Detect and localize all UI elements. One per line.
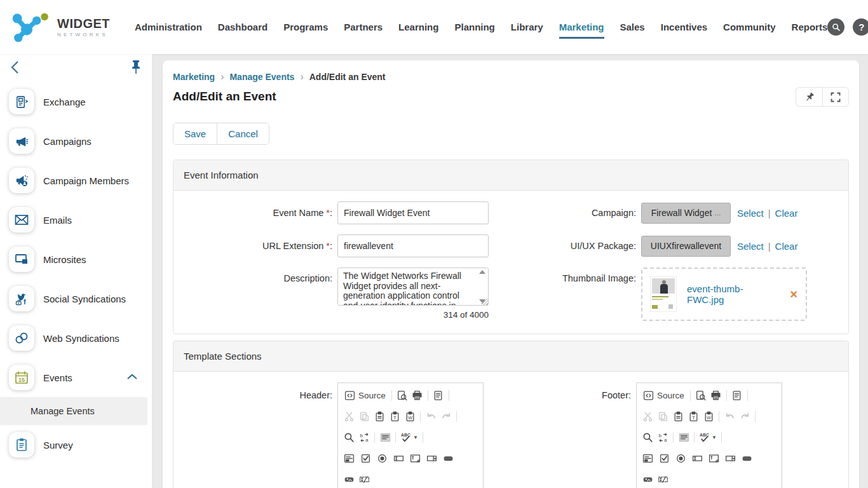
- sidebar-subitem-manage-events[interactable]: Manage Events: [0, 397, 147, 425]
- paste-button[interactable]: [670, 409, 686, 424]
- text-field-button[interactable]: [689, 451, 705, 466]
- form-button[interactable]: [640, 451, 655, 466]
- nav-sales[interactable]: Sales: [620, 15, 645, 39]
- print-button[interactable]: [410, 388, 425, 403]
- copy-button[interactable]: [655, 409, 670, 424]
- checkbox-field-button[interactable]: [358, 451, 373, 466]
- paste-as-text-button[interactable]: T: [686, 409, 701, 424]
- source-button[interactable]: Source: [640, 388, 688, 403]
- undo-button[interactable]: [423, 409, 438, 424]
- thumbnail-filename-link[interactable]: event-thumb-FWC.jpg: [687, 283, 777, 305]
- brand-logo[interactable]: WIDGET NETWORKS: [0, 10, 132, 44]
- templates-button[interactable]: [729, 388, 745, 403]
- nav-dashboard[interactable]: Dashboard: [218, 15, 268, 39]
- scroll-up-arrow[interactable]: [479, 270, 485, 274]
- radio-field-button[interactable]: [673, 451, 688, 466]
- pin-page-button[interactable]: [796, 87, 822, 107]
- sidebar-item-exchange[interactable]: Exchange: [0, 82, 152, 121]
- undo-button[interactable]: [722, 409, 737, 424]
- nav-programs[interactable]: Programs: [283, 15, 328, 39]
- remove-thumbnail-icon[interactable]: ✕: [790, 288, 798, 301]
- pushpin-icon: [804, 92, 815, 103]
- header-richtext-editor[interactable]: Source: [337, 383, 484, 488]
- sidebar-item-web-syndications[interactable]: Web Syndications: [0, 318, 152, 358]
- sidebar-item-emails[interactable]: Emails: [0, 200, 152, 240]
- widget-networks-logo-icon: [9, 10, 51, 44]
- textarea-field-button[interactable]: [706, 451, 721, 466]
- paste-as-text-button[interactable]: T: [387, 409, 402, 424]
- source-button[interactable]: Source: [341, 388, 389, 403]
- sidebar-item-social-syndications[interactable]: f Social Syndications: [0, 279, 152, 318]
- description-textarea[interactable]: The Widget Networks Firewall Widget prov…: [337, 268, 489, 306]
- textarea-resize-grip[interactable]: [482, 299, 488, 305]
- textarea-field-button[interactable]: [407, 451, 423, 466]
- uiux-clear-link[interactable]: Clear: [775, 241, 798, 252]
- paste-button[interactable]: [372, 409, 387, 424]
- replace-button[interactable]: ba: [655, 430, 670, 445]
- templates-button[interactable]: [431, 388, 446, 403]
- sidebar-pin-icon[interactable]: [130, 59, 142, 78]
- cut-button[interactable]: [341, 409, 356, 424]
- fullscreen-button[interactable]: [822, 87, 849, 107]
- preview-button[interactable]: [395, 388, 410, 403]
- paste-from-word-button[interactable]: W: [402, 409, 417, 424]
- search-icon[interactable]: [827, 18, 844, 36]
- uiux-select-link[interactable]: Select: [737, 241, 764, 252]
- campaign-select-link[interactable]: Select: [737, 208, 764, 219]
- thumbnail-dropzone[interactable]: event-thumb-FWC.jpg ✕: [641, 268, 807, 321]
- footer-richtext-editor[interactable]: Source: [636, 383, 782, 488]
- sidebar-item-campaign-members[interactable]: Campaign Members: [0, 161, 152, 200]
- select-all-button[interactable]: [676, 430, 691, 445]
- copy-button[interactable]: [356, 409, 372, 424]
- button-field-button[interactable]: [739, 451, 754, 466]
- hidden-field-button[interactable]: [356, 472, 372, 487]
- help-icon[interactable]: ?: [853, 18, 868, 36]
- redo-button[interactable]: [438, 409, 454, 424]
- url-extension-input[interactable]: [337, 234, 489, 257]
- spellcheck-button[interactable]: ABC▼: [398, 430, 420, 445]
- header-label: Header:: [173, 383, 337, 400]
- image-button-field-button[interactable]: [640, 472, 655, 487]
- select-field-button[interactable]: [424, 451, 439, 466]
- event-name-input[interactable]: [337, 201, 489, 224]
- nav-partners[interactable]: Partners: [344, 15, 383, 39]
- breadcrumb-manage-events[interactable]: Manage Events: [229, 72, 294, 82]
- chevron-up-icon[interactable]: [126, 372, 143, 383]
- redo-button[interactable]: [737, 409, 752, 424]
- nav-learning[interactable]: Learning: [398, 15, 438, 39]
- spellcheck-button[interactable]: ABC▼: [697, 430, 719, 445]
- sidebar-item-microsites[interactable]: Microsites: [0, 240, 152, 279]
- find-button[interactable]: [341, 430, 356, 445]
- campaign-clear-link[interactable]: Clear: [775, 208, 798, 219]
- find-button[interactable]: [640, 430, 655, 445]
- form-button[interactable]: [341, 451, 356, 466]
- select-all-button[interactable]: [377, 430, 393, 445]
- button-field-button[interactable]: [440, 451, 456, 466]
- cancel-button[interactable]: Cancel: [217, 123, 269, 144]
- breadcrumb-marketing[interactable]: Marketing: [173, 72, 215, 82]
- sidebar-item-survey[interactable]: Survey: [0, 425, 152, 464]
- nav-marketing[interactable]: Marketing: [559, 15, 604, 39]
- print-button[interactable]: [709, 388, 724, 403]
- sidebar-collapse-back-icon[interactable]: [8, 59, 24, 78]
- select-field-button[interactable]: [722, 451, 738, 466]
- survey-clipboard-icon: [9, 432, 34, 458]
- hidden-field-button[interactable]: [655, 472, 670, 487]
- text-field-button[interactable]: [391, 451, 406, 466]
- nav-reports[interactable]: Reports: [792, 15, 828, 39]
- paste-from-word-button[interactable]: W: [701, 409, 716, 424]
- nav-library[interactable]: Library: [511, 15, 543, 39]
- save-button[interactable]: Save: [173, 123, 217, 144]
- image-button-field-button[interactable]: [341, 472, 356, 487]
- nav-incentives[interactable]: Incentives: [661, 15, 707, 39]
- preview-button[interactable]: [693, 388, 709, 403]
- checkbox-field-button[interactable]: [656, 451, 672, 466]
- nav-community[interactable]: Community: [723, 15, 776, 39]
- nav-planning[interactable]: Planning: [454, 15, 494, 39]
- sidebar-item-events[interactable]: 15 Events: [0, 358, 152, 397]
- replace-button[interactable]: ba: [356, 430, 372, 445]
- radio-field-button[interactable]: [374, 451, 390, 466]
- nav-administration[interactable]: Administration: [135, 15, 202, 39]
- cut-button[interactable]: [640, 409, 655, 424]
- sidebar-item-campaigns[interactable]: Campaigns: [0, 121, 152, 161]
